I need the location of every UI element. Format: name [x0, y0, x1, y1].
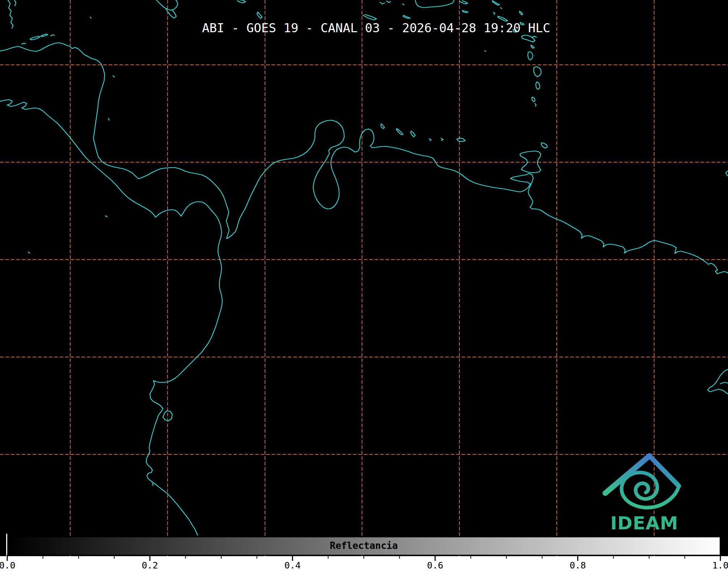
coastline-mona-islet-2: [387, 1, 391, 3]
logo-ideam-text: IDEAM: [610, 513, 678, 534]
coastline-aruba: [381, 124, 384, 129]
coastline-martinique: [522, 35, 535, 42]
coastline-top-fragment-loop: [156, 0, 178, 10]
coastline-bay-island-small: [51, 35, 54, 36]
coastline-grenada-islet: [535, 104, 536, 106]
coastline-islet-dot-3: [485, 51, 486, 51]
coastline-islet-small: [531, 45, 534, 48]
colorbar-tick-label: 0.2: [135, 560, 164, 571]
coastline-top-fragment-island: [257, 12, 262, 18]
coastline-bonaire: [411, 131, 415, 137]
satellite-image-viewer: IDEAM ABI - GOES 19 - CANAL 03 - 2026-04…: [0, 0, 728, 571]
coastline-puerto-rico-south-coast: [415, 0, 454, 8]
coastline-grenadines: [536, 82, 540, 89]
colorbar-tick-label: 0.6: [421, 560, 450, 571]
colorbar-label: Reflectancia: [330, 540, 398, 551]
coastline-montserrat: [493, 12, 495, 14]
satellite-map-area: IDEAM ABI - GOES 19 - CANAL 03 - 2026-04…: [0, 0, 728, 556]
colorbar-ticks: [0, 554, 728, 562]
coastline-los-roques: [429, 139, 431, 141]
coastline-providencia-dot: [113, 76, 114, 77]
coastline-st-croix: [462, 11, 468, 13]
coastlines: [0, 0, 728, 535]
coastline-brazil-coast-fragment: [708, 369, 728, 394]
colorbar: Reflectancia: [7, 537, 720, 555]
coastline-antigua-fragments: [492, 1, 500, 5]
coastline-top-fragment-beata: [403, 15, 410, 18]
coastline-bay-island-utila: [22, 43, 26, 44]
coastline-bay-island-guanaja: [41, 34, 48, 37]
coastline-bay-island-roatan: [30, 36, 40, 40]
colorbar-tick-label: 0.0: [0, 560, 22, 571]
coastline-tobago: [541, 143, 547, 148]
coastline-top-fragment-swan: [237, 0, 245, 3]
coastline-la-orchila: [441, 138, 443, 140]
map-canvas: IDEAM: [0, 0, 728, 556]
coastline-islet-dot-2: [501, 8, 502, 9]
coastline-malpelo-dot: [28, 252, 30, 253]
coastline-islet-dot-4: [90, 17, 91, 18]
coastline-mona-islet: [380, 2, 384, 4]
colorbar-tick-label: 1.0: [706, 560, 728, 571]
coastline-san-andres-dot: [108, 118, 109, 120]
coastline-islet-dot: [403, 4, 404, 5]
coastline-right-edge-fragment: [726, 171, 728, 176]
latlon-gridlines: [0, 0, 728, 556]
coastline-brazil-coast-fragment-2: [720, 382, 728, 384]
ideam-logo: IDEAM: [605, 456, 679, 534]
coastline-top-fragment-hispaniola: [363, 14, 376, 20]
coastline-belize-coast-fragment-2: [14, 0, 16, 6]
coastline-margarita: [457, 138, 465, 142]
colorbar-tick-label: 0.8: [563, 560, 592, 571]
coastline-curacao: [396, 129, 403, 135]
coastline-dominica-north: [519, 11, 523, 15]
coastline-st-vincent: [534, 67, 541, 77]
coastline-pacific-islet-dot: [105, 216, 107, 217]
coastline-guyana-atlantic-coast: [547, 215, 728, 274]
coastline-martinique-curl: [532, 36, 536, 37]
coastline-st-lucia: [528, 52, 533, 60]
coastline-pacific-coast: [0, 100, 222, 535]
coastline-isla-de-la-plata-dot: [152, 483, 153, 486]
map-title: ABI - GOES 19 - CANAL 03 - 2026-04-28 19…: [202, 21, 550, 35]
coastline-grenada: [532, 97, 535, 102]
coastline-vieques: [460, 1, 468, 4]
colorbar-tick-label: 0.4: [278, 560, 307, 571]
coastline-belize-coast-fragment: [8, 0, 13, 28]
